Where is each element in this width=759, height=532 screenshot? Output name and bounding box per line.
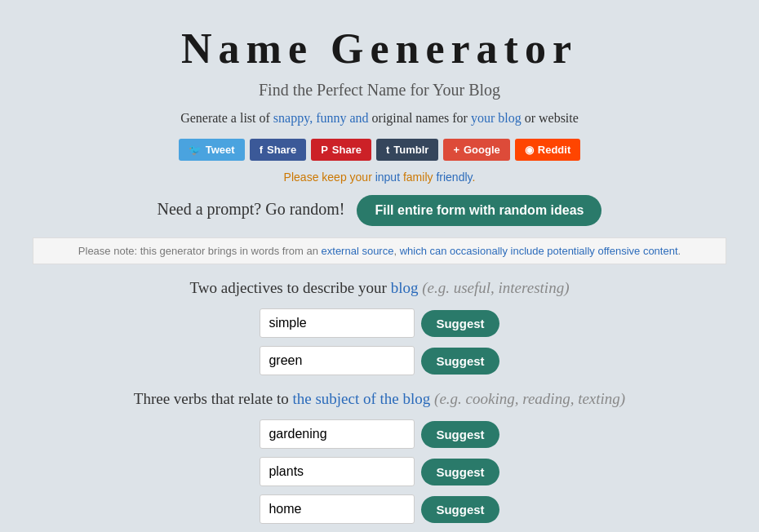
adjectives-section: Two adjectives to describe your blog (e.… [33,279,726,375]
verb-suggest-button-2[interactable]: Suggest [421,459,499,485]
social-buttons-container: 🐦 Tweet f Share P Share t Tumblr + Googl… [33,139,726,161]
verb-subject: the subject of the blog [292,390,430,407]
family-friendly-notice: Please keep your input family friendly. [33,171,726,184]
notice-bar: Please note: this generator brings in wo… [33,237,726,264]
verb-input-3[interactable] [260,494,415,524]
verb-row-1: Suggest [33,419,726,449]
facebook-label: Share [267,144,296,156]
adjectives-label: Two adjectives to describe your blog (e.… [33,279,726,297]
page-wrapper: Name Generator Find the Perfect Name for… [0,0,759,532]
tweet-button[interactable]: 🐦 Tweet [179,139,245,161]
adjective-suggest-button-1[interactable]: Suggest [421,310,499,337]
adjective-row-1: Suggest [33,308,726,338]
tumblr-share-button[interactable]: t Tumblr [376,139,438,161]
tumblr-icon: t [386,144,389,156]
page-title: Name Generator [33,24,726,73]
notice-external: external source [322,245,394,257]
ff-input: input [375,171,400,184]
page-description: Generate a list of snappy, funny and ori… [33,111,726,126]
random-fill-button[interactable]: Fill entire form with random ideas [357,195,601,226]
verb-row-2: Suggest [33,457,726,486]
twitter-icon: 🐦 [189,144,202,156]
reddit-label: Reddit [538,144,570,156]
adjective-row-2: Suggest [33,346,726,375]
page-subtitle: Find the Perfect Name for Your Blog [33,81,726,100]
google-icon: + [453,144,459,156]
ff-friendly: friendly [436,171,472,184]
adjective-input-2[interactable] [260,346,415,375]
google-label: Google [464,144,500,156]
pinterest-label: Share [332,144,362,156]
desc-blog: your blog [471,111,522,125]
verb-suggest-button-1[interactable]: Suggest [421,421,499,448]
adjective-suggest-button-2[interactable]: Suggest [421,348,499,375]
verbs-section: Three verbs that relate to the subject o… [33,390,726,524]
verb-row-3: Suggest [33,494,726,524]
pinterest-share-button[interactable]: P Share [311,139,371,161]
verb-example: (e.g. cooking, reading, texting) [434,390,625,407]
google-share-button[interactable]: + Google [443,139,509,161]
random-prompt-text: Need a prompt? Go random! Fill entire fo… [33,195,726,226]
verb-input-1[interactable] [260,419,415,449]
facebook-share-button[interactable]: f Share [250,139,306,161]
facebook-icon: f [260,144,263,156]
random-prompt-label: Need a prompt? Go random! [158,200,345,218]
verb-suggest-button-3[interactable]: Suggest [421,496,499,523]
adjective-input-1[interactable] [260,308,415,338]
tumblr-label: Tumblr [393,144,428,156]
verb-input-2[interactable] [260,457,415,486]
adj-blog: blog [391,279,419,296]
desc-snappy: snappy, funny and [273,111,369,125]
reddit-icon: ◉ [525,144,534,156]
verbs-label: Three verbs that relate to the subject o… [33,390,726,408]
pinterest-icon: P [321,144,328,156]
reddit-share-button[interactable]: ◉ Reddit [515,139,580,161]
adj-example: (e.g. useful, interesting) [422,279,569,296]
tweet-label: Tweet [206,144,235,156]
notice-offensive: which can occasionally include potential… [400,245,678,257]
